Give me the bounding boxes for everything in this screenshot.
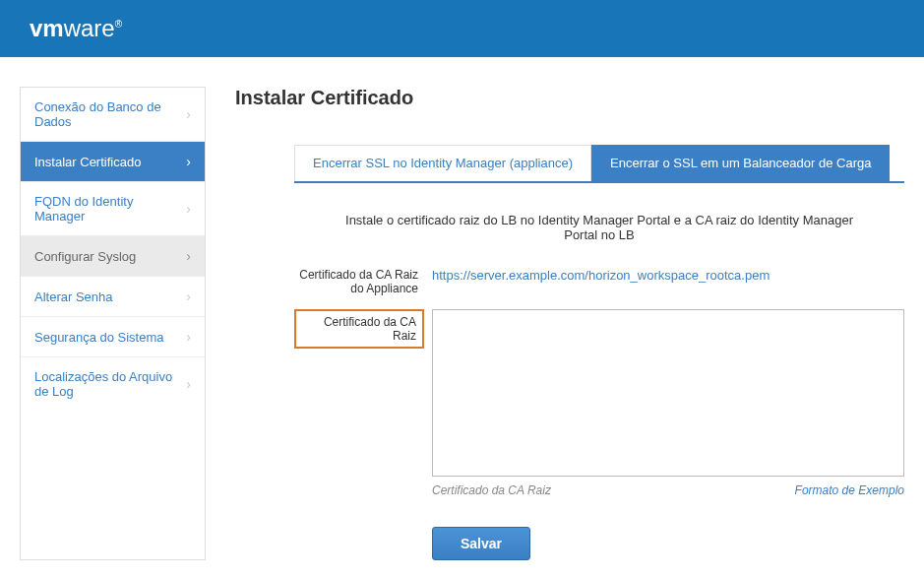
tabs-container: Encerrar SSL no Identity Manager (applia…	[235, 145, 904, 560]
sidebar-nav: Conexão do Banco de Dados › Instalar Cer…	[20, 87, 206, 560]
sidebar-item-syslog[interactable]: Configurar Syslog ›	[21, 236, 205, 277]
sidebar-item-install-cert[interactable]: Instalar Certificado ›	[21, 142, 205, 182]
appliance-cert-link[interactable]: https://server.example.com/horizon_works…	[432, 268, 770, 283]
page-title: Instalar Certificado	[235, 87, 904, 109]
chevron-right-icon: ›	[186, 376, 191, 392]
sidebar-item-system-security[interactable]: Segurança do Sistema ›	[21, 317, 205, 357]
app-header: vmware®	[0, 0, 924, 57]
chevron-right-icon: ›	[186, 329, 191, 345]
sidebar-item-label: Localizações do Arquivo de Log	[34, 369, 186, 399]
logo-registered: ®	[115, 19, 122, 30]
button-row: Salvar	[294, 527, 904, 560]
chevron-right-icon: ›	[186, 248, 191, 264]
chevron-right-icon: ›	[186, 289, 191, 304]
tab-bar: Encerrar SSL no Identity Manager (applia…	[294, 145, 904, 183]
sidebar-item-label: Alterar Senha	[34, 289, 113, 304]
root-cert-value-col: Certificado da CA Raiz Formato de Exempl…	[432, 309, 904, 497]
tab-terminate-ssl-appliance[interactable]: Encerrar SSL no Identity Manager (applia…	[294, 145, 591, 181]
instruction-text: Instale o certificado raiz do LB no Iden…	[294, 213, 904, 242]
sidebar-item-label: FQDN do Identity Manager	[34, 194, 186, 224]
logo-prefix: vm	[30, 15, 64, 41]
example-format-link[interactable]: Formato de Exemplo	[795, 483, 904, 497]
textarea-hints: Certificado da CA Raiz Formato de Exempl…	[432, 483, 904, 497]
sidebar-item-log-locations[interactable]: Localizações do Arquivo de Log ›	[21, 357, 205, 411]
save-button[interactable]: Salvar	[432, 527, 530, 560]
logo-suffix: ware	[64, 15, 115, 41]
root-cert-row: Certificado da CA Raiz Certificado da CA…	[294, 309, 904, 497]
main-container: Conexão do Banco de Dados › Instalar Cer…	[0, 57, 924, 578]
sidebar-item-fqdn[interactable]: FQDN do Identity Manager ›	[21, 182, 205, 236]
vmware-logo: vmware®	[30, 15, 122, 42]
appliance-cert-row: Certificado da CA Raiz do Appliance http…	[294, 268, 904, 295]
sidebar-item-db-connection[interactable]: Conexão do Banco de Dados ›	[21, 88, 205, 142]
main-panel: Instalar Certificado Encerrar SSL no Ide…	[235, 87, 904, 560]
sidebar-item-label: Conexão do Banco de Dados	[34, 99, 186, 129]
tab-terminate-ssl-lb[interactable]: Encerrar o SSL em um Balanceador de Carg…	[591, 145, 890, 181]
chevron-right-icon: ›	[186, 106, 191, 122]
appliance-cert-value: https://server.example.com/horizon_works…	[432, 268, 904, 295]
sidebar-item-change-password[interactable]: Alterar Senha ›	[21, 277, 205, 317]
chevron-right-icon: ›	[186, 201, 191, 217]
root-cert-hint: Certificado da CA Raiz	[432, 483, 551, 497]
sidebar-item-label: Segurança do Sistema	[34, 330, 164, 345]
appliance-cert-label: Certificado da CA Raiz do Appliance	[294, 268, 432, 295]
sidebar-item-label: Configurar Syslog	[34, 249, 136, 264]
tab-content: Instale o certificado raiz do LB no Iden…	[294, 213, 904, 560]
chevron-right-icon: ›	[186, 154, 191, 169]
root-cert-label: Certificado da CA Raiz	[294, 309, 424, 349]
root-cert-textarea[interactable]	[432, 309, 904, 477]
sidebar-item-label: Instalar Certificado	[34, 155, 141, 169]
